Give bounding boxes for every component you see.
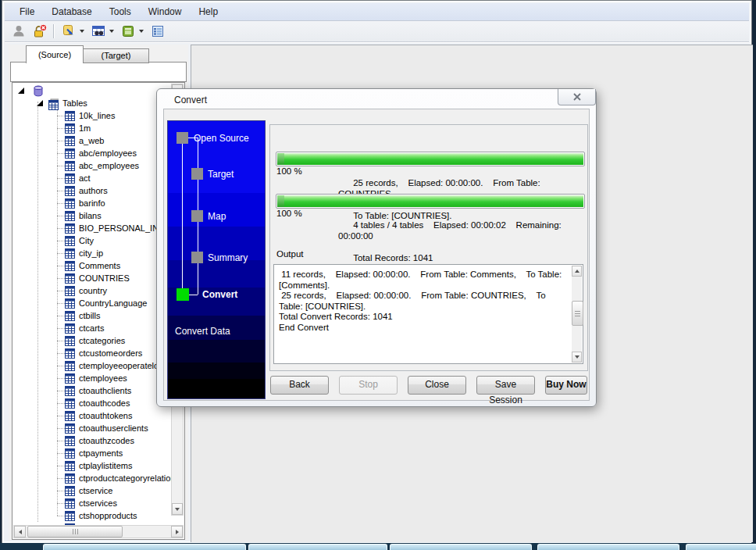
disconnect-lock-icon[interactable] [30,23,48,40]
chevron-down-icon[interactable] [80,30,84,33]
tree-item[interactable]: City [13,234,173,247]
tree-item[interactable]: ctoauthzcodes [13,434,173,447]
step-label-map: Map [208,211,226,222]
menu-help[interactable]: Help [191,5,225,19]
convert-window-icon[interactable] [119,23,137,40]
step-label-open-source: Open Source [194,133,249,144]
tree-item-label: ctcarts [79,323,104,333]
tree-item[interactable]: ctemployeeoperatelog [13,359,173,372]
tree-item[interactable]: ctshopproducts [13,509,173,522]
tree-node-label: Tables [62,98,87,108]
tree-item[interactable]: 1m [13,122,173,134]
user-icon[interactable] [9,23,28,40]
tree-item-label: bilans [79,211,102,220]
tree-item-label: country [79,286,107,295]
tab-target[interactable]: (Target) [83,48,149,63]
details-list-icon[interactable] [148,23,167,40]
tree-item[interactable]: country [13,284,173,297]
menu-window[interactable]: Window [141,5,189,19]
tree-horizontal-scrollbar[interactable] [13,525,184,538]
tree-item-label: act [79,173,91,183]
scrollbar-thumb[interactable] [572,301,583,326]
scrollbar-thumb[interactable] [27,526,123,538]
table-icon [65,261,75,271]
buy-now-button[interactable]: Buy Now [545,376,587,395]
expand-arrow-icon[interactable] [18,88,24,94]
step-map-marker [191,210,203,222]
scroll-down-icon[interactable] [172,503,183,515]
chevron-down-icon[interactable] [109,30,114,33]
scroll-down-icon[interactable] [572,352,582,362]
tree-item[interactable]: ctoauthcodes [13,397,173,409]
tree-item-label: barinfo [79,198,105,208]
save-session-button[interactable]: Save Session [476,376,535,395]
tree-item[interactable]: COUNTRIES [13,272,173,284]
close-icon[interactable] [558,89,596,105]
table-icon [65,311,75,321]
menu-file[interactable]: File [12,5,41,19]
scroll-right-icon[interactable] [171,526,183,538]
table-icon [65,411,75,421]
background-window [686,544,756,550]
tree-item[interactable]: abc/employees [13,147,173,159]
tree-item[interactable]: ctcustomeorders [13,347,173,359]
table-icon [65,186,75,196]
scroll-up-icon[interactable] [572,266,582,277]
tree-item[interactable]: ctbills [13,309,173,322]
output-scrollbar[interactable] [572,266,582,362]
tree-node-tables[interactable]: Tables [13,97,173,109]
tree-item[interactable]: city_ip [13,247,173,259]
output-line: Total Convert Records: 1041 [279,312,566,323]
output-text: 11 records, Elapsed: 00:00:00. From Tabl… [279,270,566,333]
step-target-marker [191,168,203,180]
tree-item-label: 1m [79,123,91,133]
toolbar [5,21,749,42]
output-line: 11 records, Elapsed: 00:00:00. From Tabl… [279,270,566,291]
tree-item-label: ctoauthclients [79,386,131,395]
table-icon [65,448,75,459]
tree-item[interactable]: act [13,172,173,184]
tree-item[interactable]: ctservice [13,484,173,497]
tab-source[interactable]: (Source) [26,45,84,63]
back-button[interactable]: Back [270,376,329,395]
menu-database[interactable]: Database [45,5,98,19]
tree-item[interactable]: ctservices [13,497,173,509]
table-icon [65,298,75,309]
tree-item[interactable]: CountryLanguage [13,297,173,309]
tree-item[interactable]: BIO_PERSONAL_INF [13,222,173,234]
stop-button: Stop [339,376,398,395]
menu-tools[interactable]: Tools [102,5,138,19]
step-label-target: Target [208,169,234,180]
tree-item[interactable]: ctemployees [13,372,173,384]
tree-item[interactable]: ctoauthuserclients [13,422,173,434]
tree-item[interactable]: abc_employees [13,159,173,172]
tree-item[interactable]: authors [13,184,173,197]
output-log[interactable]: 11 records, Elapsed: 00:00:00. From Tabl… [273,264,583,364]
tree-item[interactable]: ctcarts [13,322,173,334]
expand-arrow-icon[interactable] [37,100,43,106]
scroll-left-icon[interactable] [14,526,26,538]
tree-item-label: ctcategories [79,336,125,345]
table-icon [65,398,75,409]
step-open-source-marker [177,132,188,144]
tree-item-label: ctservice [79,486,112,495]
new-conversion-icon[interactable] [59,23,78,40]
table-viewer-icon[interactable] [89,23,108,40]
tree-item[interactable]: ctproductcategoryrelation [13,472,173,484]
tree-item[interactable]: bilans [13,209,173,222]
tree-item[interactable]: ctoauthclients [13,384,173,397]
tree-item-label: City [79,236,94,245]
tree-item[interactable]: ctplaylistitems [13,459,173,472]
tree-item[interactable]: Comments [13,259,173,272]
tree-item-label: ctbills [79,311,101,320]
tree-item[interactable]: ctoauthtokens [13,409,173,422]
tree-item[interactable]: ctcategories [13,334,173,347]
tree-item[interactable]: barinfo [13,197,173,209]
tree-item-label: ctoauthtokens [79,411,133,420]
tree-item[interactable]: a_web [13,134,173,147]
tree-root-database[interactable] [13,84,173,97]
close-button[interactable]: Close [408,376,466,395]
chevron-down-icon[interactable] [139,30,144,33]
tree-item[interactable]: 10k_lines [13,109,173,122]
tree-item[interactable]: ctpayments [13,447,173,459]
